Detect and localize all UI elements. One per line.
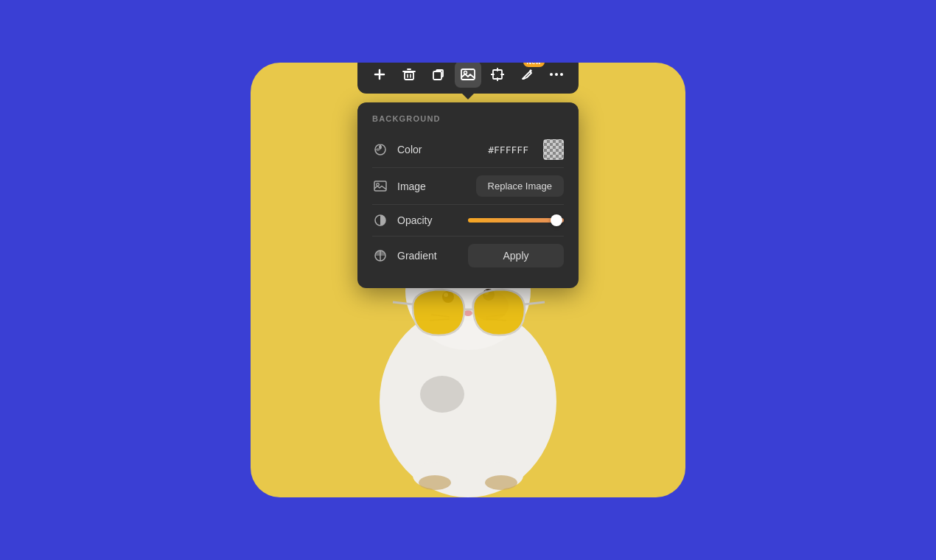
- gradient-icon: [372, 248, 388, 264]
- more-button[interactable]: [543, 63, 570, 88]
- gradient-row: Gradient Apply: [372, 238, 564, 273]
- color-row: Color #FFFFFF: [372, 133, 564, 166]
- svg-rect-43: [374, 181, 386, 191]
- color-icon: [372, 141, 388, 158]
- svg-point-41: [555, 73, 558, 76]
- image-button[interactable]: [455, 63, 481, 88]
- divider-1: [372, 167, 564, 168]
- svg-rect-32: [461, 69, 475, 80]
- opacity-row: Opacity: [372, 206, 564, 234]
- divider-2: [372, 204, 564, 205]
- color-value[interactable]: #FFFFFF: [488, 144, 528, 155]
- opacity-label: Opacity: [397, 214, 459, 226]
- svg-point-23: [485, 475, 517, 490]
- svg-point-42: [560, 73, 563, 76]
- toolbar-bar: New: [357, 63, 579, 94]
- canvas-area: ARTBOARD 1: [251, 63, 685, 497]
- svg-point-16: [420, 376, 464, 413]
- artboard-button[interactable]: [484, 63, 511, 88]
- svg-point-44: [377, 183, 380, 186]
- new-badge: New: [523, 63, 545, 67]
- opacity-slider-container: [468, 218, 564, 223]
- svg-rect-31: [433, 71, 441, 80]
- opacity-slider-track[interactable]: [468, 218, 564, 223]
- color-checker[interactable]: [543, 139, 564, 160]
- svg-rect-26: [405, 72, 413, 80]
- image-label: Image: [397, 181, 467, 192]
- svg-point-22: [419, 475, 451, 490]
- svg-point-40: [550, 73, 553, 76]
- add-button[interactable]: [366, 63, 393, 88]
- opacity-slider-thumb[interactable]: [551, 214, 562, 226]
- panel-section-label: BACKGROUND: [372, 114, 564, 123]
- delete-button[interactable]: [396, 63, 422, 88]
- opacity-icon: [372, 212, 388, 228]
- new-tool-button[interactable]: New: [514, 63, 540, 88]
- toolbar-popup: ARTBOARD 1: [357, 63, 579, 288]
- duplicate-button[interactable]: [425, 63, 452, 88]
- divider-3: [372, 236, 564, 237]
- image-icon: [372, 178, 388, 195]
- gradient-label: Gradient: [397, 250, 459, 262]
- apply-button[interactable]: Apply: [468, 244, 564, 267]
- replace-image-button[interactable]: Replace Image: [476, 175, 564, 197]
- color-label: Color: [397, 144, 479, 155]
- background-panel: BACKGROUND Color #FFFFFF: [357, 102, 579, 288]
- image-row: Image Replace Image: [372, 169, 564, 203]
